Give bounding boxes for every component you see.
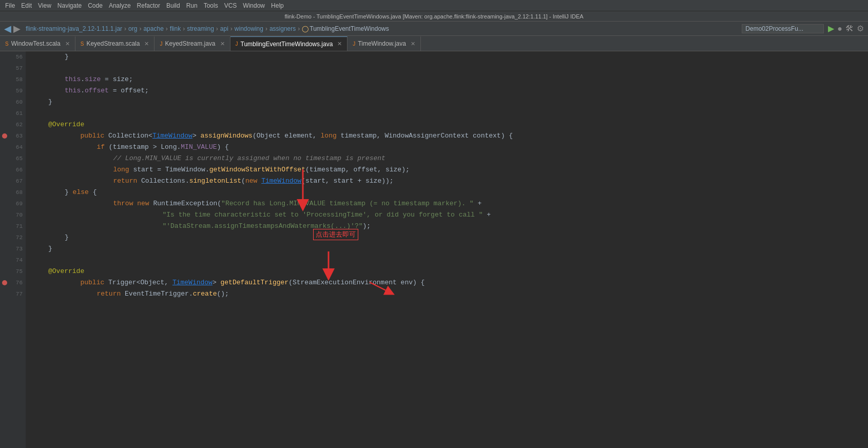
gutter-58: 58 — [0, 74, 26, 85]
gutter-76: 76 — [0, 277, 26, 288]
tab-label-5: TimeWindow.java — [358, 40, 406, 47]
breadcrumb-jar[interactable]: flink-streaming-java_2.12-1.11.1.jar — [26, 25, 122, 32]
code-wrapper: 56 57 58 59 60 61 62 63 6 — [0, 51, 868, 448]
menu-build[interactable]: Build — [163, 1, 183, 10]
code-line-72: } — [26, 232, 868, 243]
breadcrumb-api[interactable]: api — [220, 25, 228, 32]
scala-icon-2: S — [81, 41, 84, 47]
tab-close-icon-2[interactable]: ✕ — [144, 41, 149, 47]
line-gutter: 56 57 58 59 60 61 62 63 6 — [0, 51, 26, 448]
debug-button[interactable]: ● — [837, 24, 842, 33]
gutter-74: 74 — [0, 255, 26, 266]
breakpoint-76[interactable] — [2, 280, 7, 285]
menu-help[interactable]: Help — [268, 1, 287, 10]
settings-button[interactable]: ⚙ — [857, 24, 864, 33]
menu-tools[interactable]: Tools — [201, 1, 221, 10]
gutter-65: 65 — [0, 153, 26, 164]
code-line-67: return Collections.singletonList(new Tim… — [26, 176, 868, 187]
tab-label: WindowTest.scala — [11, 40, 61, 47]
menu-run[interactable]: Run — [183, 1, 201, 10]
code-editor[interactable]: } this.size = size; this.offset = offset… — [26, 51, 868, 448]
window-title: flink-Demo - TumblingEventTimeWindows.ja… — [4, 13, 864, 20]
gutter-70: 70 — [0, 209, 26, 221]
run-button[interactable]: ▶ — [828, 24, 834, 33]
gutter-63: 63 — [0, 130, 26, 142]
code-line-71: "'DataStream.assignTimestampsAndWatermar… — [26, 221, 868, 232]
title-bar: flink-Demo - TumblingEventTimeWindows.ja… — [0, 11, 868, 22]
menu-vcs[interactable]: VCS — [221, 1, 240, 10]
menu-analyze[interactable]: Analyze — [106, 1, 134, 10]
tabs-bar: S WindowTest.scala ✕ S KeyedStream.scala… — [0, 36, 868, 51]
menu-view[interactable]: View — [35, 1, 54, 10]
code-line-74 — [26, 255, 868, 266]
gutter-60: 60 — [0, 96, 26, 108]
gutter-73: 73 — [0, 243, 26, 255]
gutter-72: 72 — [0, 232, 26, 243]
menu-bar: File Edit View Navigate Code Analyze Ref… — [0, 0, 868, 11]
breadcrumb-windowing[interactable]: windowing — [235, 25, 263, 32]
tab-label-3: KeyedStream.java — [165, 40, 215, 47]
breadcrumb-file: TumblingEventTimeWindows — [310, 25, 389, 32]
breakpoint-63[interactable] — [2, 133, 7, 139]
tab-tumbling-active[interactable]: J TumblingEventTimeWindows.java ✕ — [230, 36, 348, 51]
gutter-68: 68 — [0, 187, 26, 198]
tab-keyedstream-scala[interactable]: S KeyedStream.scala ✕ — [75, 36, 155, 51]
gutter-62: 62 — [0, 119, 26, 130]
gutter-75: 75 — [0, 266, 26, 277]
gutter-57: 57 — [0, 63, 26, 74]
tab-close-icon[interactable]: ✕ — [65, 41, 70, 47]
java-icon-2: J — [236, 41, 238, 47]
code-line-73: } — [26, 243, 868, 255]
tab-close-icon-4[interactable]: ✕ — [337, 41, 342, 47]
breadcrumb-bar: ◀ ▶ flink-streaming-java_2.12-1.11.1.jar… — [0, 22, 868, 36]
code-line-57 — [26, 63, 868, 74]
gutter-77: 77 — [0, 288, 26, 300]
tab-keyedstream-java[interactable]: J KeyedStream.java ✕ — [155, 36, 230, 51]
breadcrumb-streaming[interactable]: streaming — [187, 25, 214, 32]
java-icon: J — [160, 41, 162, 47]
breadcrumb-org[interactable]: org — [128, 25, 137, 32]
run-buttons: ▶ ● 🛠 ⚙ — [828, 24, 864, 33]
breadcrumb-apache[interactable]: apache — [143, 25, 163, 32]
build-button[interactable]: 🛠 — [845, 24, 854, 33]
search-input[interactable] — [742, 24, 824, 33]
code-line-77: return EventTimeTrigger.create(); — [26, 288, 868, 300]
gutter-71: 71 — [0, 221, 26, 232]
nav-forward-icon[interactable]: ▶ — [13, 23, 21, 34]
gutter-56: 56 — [0, 51, 26, 63]
menu-navigate[interactable]: Navigate — [54, 1, 85, 10]
gutter-64: 64 — [0, 142, 26, 153]
breadcrumb-flink[interactable]: flink — [170, 25, 181, 32]
code-line-58: this.size = size; — [26, 74, 868, 85]
menu-file[interactable]: File — [2, 1, 18, 10]
tab-label-4: TumblingEventTimeWindows.java — [241, 41, 333, 48]
gutter-59: 59 — [0, 85, 26, 96]
code-line-60: } — [26, 96, 868, 108]
breadcrumb-assigners[interactable]: assigners — [269, 25, 296, 32]
breadcrumb-class-icon: ◯ — [302, 25, 308, 32]
menu-window[interactable]: Window — [240, 1, 268, 10]
nav-arrows: ◀ ▶ — [4, 23, 21, 34]
tab-close-icon-3[interactable]: ✕ — [220, 41, 225, 47]
gutter-61: 61 — [0, 108, 26, 119]
code-line-56: } — [26, 51, 868, 63]
menu-code[interactable]: Code — [85, 1, 106, 10]
gutter-66: 66 — [0, 164, 26, 176]
menu-edit[interactable]: Edit — [18, 1, 35, 10]
gutter-69: 69 — [0, 198, 26, 209]
tab-timewindow-java[interactable]: J TimeWindow.java ✕ — [348, 36, 421, 51]
tab-windowtest-scala[interactable]: S WindowTest.scala ✕ — [0, 36, 75, 51]
menu-refactor[interactable]: Refactor — [134, 1, 163, 10]
tab-close-icon-5[interactable]: ✕ — [411, 41, 415, 47]
scala-icon: S — [5, 41, 9, 47]
code-line-61 — [26, 108, 868, 119]
java-icon-3: J — [353, 41, 355, 47]
nav-back-icon[interactable]: ◀ — [4, 23, 11, 34]
code-line-59: this.offset = offset; — [26, 85, 868, 96]
tab-label-2: KeyedStream.scala — [86, 40, 140, 47]
gutter-67: 67 — [0, 176, 26, 187]
